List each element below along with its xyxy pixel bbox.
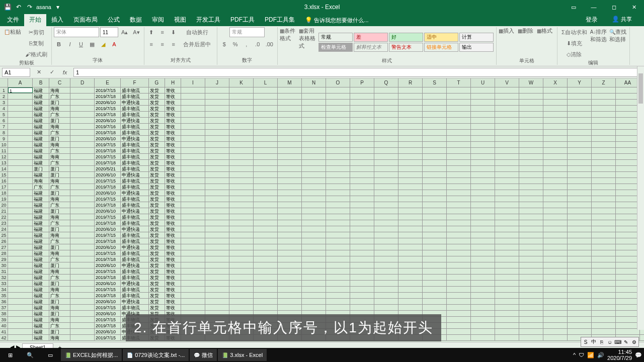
cell[interactable]: 福建 bbox=[33, 323, 49, 328]
cell[interactable] bbox=[398, 220, 423, 226]
cell[interactable] bbox=[398, 154, 423, 159]
cell[interactable] bbox=[447, 299, 471, 304]
cell[interactable] bbox=[278, 94, 302, 99]
cell[interactable] bbox=[70, 299, 95, 304]
cell[interactable] bbox=[495, 262, 519, 268]
cell[interactable] bbox=[70, 196, 95, 202]
cell[interactable] bbox=[181, 293, 205, 298]
cell[interactable]: 发货 bbox=[149, 190, 165, 196]
cell[interactable] bbox=[423, 256, 447, 262]
cell[interactable]: 发货 bbox=[149, 287, 165, 292]
cell[interactable] bbox=[326, 299, 350, 304]
col-header-P[interactable]: P bbox=[350, 78, 374, 87]
cell[interactable]: 2020/6/10 bbox=[95, 172, 121, 177]
taskbar-app-excel-help[interactable]: 📗 EXCEL如何根据... bbox=[61, 349, 122, 361]
cell[interactable] bbox=[278, 106, 302, 111]
cell[interactable] bbox=[8, 202, 33, 208]
row-header[interactable]: 7 bbox=[0, 124, 8, 129]
cell[interactable] bbox=[374, 112, 398, 117]
cell[interactable] bbox=[229, 202, 254, 208]
cell[interactable] bbox=[350, 130, 374, 135]
cell[interactable] bbox=[205, 136, 229, 141]
cell[interactable] bbox=[8, 287, 33, 292]
cell[interactable]: 海南 bbox=[49, 154, 70, 159]
row-header[interactable]: 22 bbox=[0, 214, 8, 220]
cell[interactable] bbox=[70, 232, 95, 238]
cell[interactable] bbox=[447, 305, 471, 310]
cell[interactable]: 发货 bbox=[149, 172, 165, 177]
cell[interactable] bbox=[447, 244, 471, 250]
cell[interactable] bbox=[205, 250, 229, 256]
cell[interactable] bbox=[398, 262, 423, 268]
cell[interactable] bbox=[350, 281, 374, 286]
style-explain[interactable]: 解释性文本 bbox=[354, 43, 388, 52]
ime-button[interactable]: ⎘ bbox=[598, 338, 605, 345]
cell[interactable]: 海南 bbox=[49, 178, 70, 184]
ime-button[interactable]: S bbox=[582, 338, 589, 345]
start-button[interactable]: ⊞ bbox=[0, 348, 20, 362]
cell[interactable] bbox=[616, 124, 640, 129]
cell[interactable] bbox=[302, 220, 326, 226]
row-header[interactable]: 9 bbox=[0, 136, 8, 141]
cell[interactable] bbox=[374, 136, 398, 141]
cell[interactable]: 签收 bbox=[165, 87, 181, 93]
cell[interactable] bbox=[616, 226, 640, 232]
cell[interactable] bbox=[495, 172, 519, 177]
cell[interactable] bbox=[543, 112, 568, 117]
cell[interactable] bbox=[423, 142, 447, 147]
cell[interactable] bbox=[254, 130, 278, 135]
cell[interactable] bbox=[616, 172, 640, 177]
cell[interactable] bbox=[181, 94, 205, 99]
cell[interactable] bbox=[568, 178, 592, 184]
cell[interactable] bbox=[229, 196, 254, 202]
cell[interactable]: 发货 bbox=[149, 148, 165, 153]
cell[interactable]: 海南 bbox=[33, 178, 49, 184]
cell[interactable]: 2020/5/21 bbox=[95, 166, 121, 171]
cell[interactable] bbox=[568, 232, 592, 238]
cell[interactable] bbox=[70, 94, 95, 99]
cell[interactable]: 签收 bbox=[165, 94, 181, 99]
cell[interactable]: 盛丰物流 bbox=[121, 202, 149, 208]
tab-pdf1[interactable]: PDF工具 bbox=[225, 14, 260, 26]
cell[interactable]: 发货 bbox=[149, 275, 165, 280]
cell[interactable] bbox=[254, 305, 278, 310]
cell[interactable] bbox=[374, 214, 398, 220]
cell[interactable] bbox=[471, 335, 495, 340]
cell[interactable]: 海南 bbox=[49, 232, 70, 238]
cell[interactable]: 签收 bbox=[165, 142, 181, 147]
row-header[interactable]: 37 bbox=[0, 305, 8, 310]
cell[interactable] bbox=[374, 244, 398, 250]
cell[interactable] bbox=[254, 250, 278, 256]
cell[interactable]: 2019/7/18 bbox=[95, 323, 121, 328]
cell[interactable] bbox=[519, 136, 543, 141]
cell[interactable] bbox=[592, 196, 616, 202]
cell[interactable] bbox=[616, 238, 640, 244]
cell[interactable] bbox=[326, 172, 350, 177]
cell[interactable] bbox=[592, 148, 616, 153]
cell[interactable]: 盛丰物流 bbox=[121, 160, 149, 165]
cell[interactable]: 签收 bbox=[165, 124, 181, 129]
cell[interactable] bbox=[302, 250, 326, 256]
cell[interactable] bbox=[616, 317, 640, 322]
cell[interactable] bbox=[616, 196, 640, 202]
redo-icon[interactable]: ↷ bbox=[25, 3, 34, 12]
cell[interactable] bbox=[447, 130, 471, 135]
fx-icon[interactable]: fx bbox=[60, 69, 69, 75]
cell[interactable] bbox=[519, 148, 543, 153]
cell[interactable] bbox=[398, 238, 423, 244]
cell[interactable] bbox=[568, 184, 592, 190]
cell[interactable] bbox=[423, 184, 447, 190]
cell[interactable] bbox=[423, 87, 447, 93]
cell[interactable] bbox=[229, 178, 254, 184]
align-right-icon[interactable]: ≡ bbox=[169, 39, 179, 49]
cell[interactable]: 2020/6/10 bbox=[95, 136, 121, 141]
cell[interactable] bbox=[519, 317, 543, 322]
cell[interactable]: 申通快递 bbox=[121, 118, 149, 123]
formula-bar[interactable] bbox=[73, 68, 642, 77]
cell[interactable] bbox=[278, 124, 302, 129]
cell[interactable]: 广东 bbox=[49, 323, 70, 328]
cell[interactable] bbox=[471, 202, 495, 208]
cell[interactable]: 发货 bbox=[149, 299, 165, 304]
cell[interactable] bbox=[423, 196, 447, 202]
cell[interactable] bbox=[495, 244, 519, 250]
